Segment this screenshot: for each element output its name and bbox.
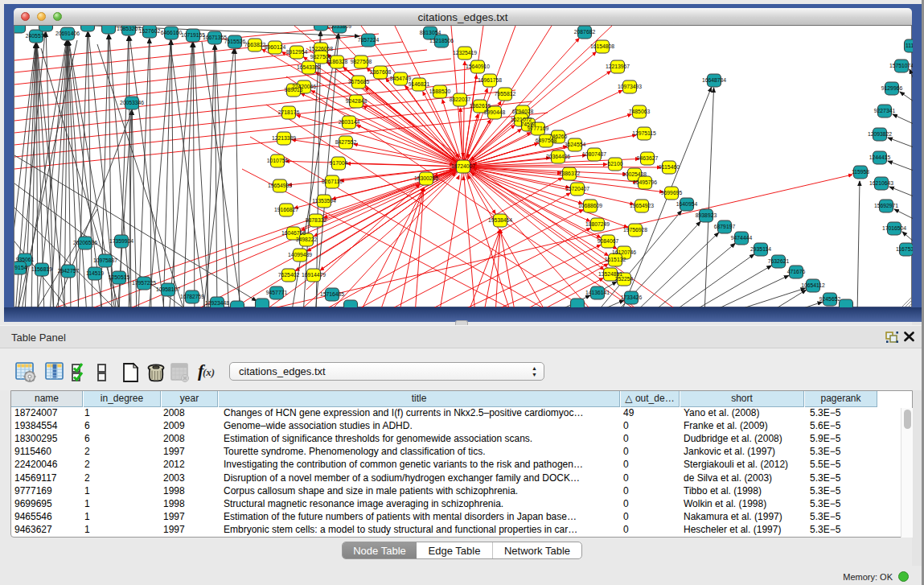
svg-text:10025438: 10025438	[622, 171, 647, 177]
svg-text:19166827: 19166827	[274, 207, 298, 212]
svg-text:8454749: 8454749	[390, 76, 412, 81]
svg-text:7857224: 7857224	[358, 37, 380, 43]
svg-text:12923448: 12923448	[205, 300, 229, 306]
svg-text:16782759: 16782759	[180, 294, 204, 299]
svg-text:1527602: 1527602	[139, 28, 161, 34]
svg-text:10975887: 10975887	[93, 257, 117, 263]
svg-text:3675685: 3675685	[348, 79, 370, 84]
svg-text:9146821: 9146821	[409, 81, 430, 87]
svg-text:1244415: 1244415	[869, 154, 891, 160]
svg-text:16154808: 16154808	[590, 43, 614, 49]
svg-text:1112: 1112	[906, 43, 913, 48]
svg-text:15495796: 15495796	[633, 179, 657, 185]
svg-text:(x): (x)	[203, 366, 215, 378]
svg-text:12093822: 12093822	[868, 131, 892, 137]
svg-text:9242848: 9242848	[346, 98, 368, 104]
svg-text:12325419: 12325419	[453, 50, 477, 56]
svg-text:17957225: 17957225	[132, 280, 156, 286]
svg-text:7663822: 7663822	[244, 42, 266, 47]
svg-text:17016504: 17016504	[882, 225, 906, 231]
svg-text:17359934: 17359934	[109, 238, 133, 244]
svg-text:2367608: 2367608	[370, 69, 392, 75]
svg-text:8813054: 8813054	[420, 30, 441, 35]
svg-text:8186328: 8186328	[326, 59, 348, 64]
svg-text:471676: 471676	[787, 269, 806, 274]
svg-text:16961758: 16961758	[478, 77, 502, 83]
svg-text:16120746: 16120746	[612, 249, 636, 255]
svg-text:20053346: 20053346	[120, 100, 144, 105]
svg-text:9227341: 9227341	[874, 108, 896, 113]
svg-text:3624554: 3624554	[565, 142, 586, 147]
svg-text:917004: 917004	[330, 160, 348, 166]
svg-text:12213389: 12213389	[272, 135, 296, 141]
svg-text:10654112: 10654112	[801, 282, 825, 288]
svg-text:1167534: 1167534	[896, 246, 913, 252]
svg-text:16914479: 16914479	[302, 272, 326, 278]
svg-text:2405571: 2405571	[26, 33, 47, 39]
svg-text:6466160: 6466160	[161, 30, 183, 35]
svg-text:20364436: 20364436	[546, 154, 570, 159]
svg-text:10973493: 10973493	[618, 84, 642, 89]
svg-text:15720407: 15720407	[565, 186, 589, 192]
svg-text:19654983: 19654983	[268, 183, 292, 188]
svg-text:15226058: 15226058	[309, 46, 333, 51]
svg-text:10853267: 10853267	[117, 26, 141, 31]
svg-text:8938923: 8938923	[696, 212, 717, 218]
svg-text:9827508: 9827508	[351, 59, 372, 64]
svg-text:6497568: 6497568	[536, 138, 557, 143]
svg-text:20206536: 20206536	[73, 240, 97, 245]
svg-text:7515526: 7515526	[224, 39, 246, 44]
svg-text:1250515: 1250515	[109, 274, 130, 280]
svg-text:20691406: 20691406	[55, 31, 80, 36]
svg-text:10688609: 10688609	[578, 203, 602, 208]
svg-text:9777169: 9777169	[528, 126, 549, 131]
svg-text:10807487: 10807487	[582, 151, 606, 157]
svg-text:6879197: 6879197	[714, 224, 736, 229]
svg-text:15751074: 15751074	[889, 63, 913, 68]
svg-text:19538454: 19538454	[488, 217, 512, 223]
svg-text:7485063: 7485063	[629, 109, 651, 114]
svg-text:19654923: 19654923	[630, 203, 654, 208]
svg-text:13218506: 13218506	[429, 38, 454, 43]
svg-text:12213967: 12213967	[606, 64, 630, 69]
svg-text:16543382: 16543382	[297, 64, 321, 70]
svg-text:12975115: 12975115	[632, 130, 656, 136]
svg-text:16648784: 16648784	[702, 77, 726, 83]
svg-text:7955812: 7955812	[495, 91, 516, 97]
svg-text:11353594: 11353594	[312, 198, 336, 204]
svg-text:1640954: 1640954	[676, 201, 698, 207]
svg-text:39154: 39154	[14, 265, 27, 270]
svg-text:9457771: 9457771	[266, 290, 288, 295]
svg-text:16046766: 16046766	[281, 230, 306, 236]
svg-text:10958107: 10958107	[156, 286, 180, 292]
svg-text:9245652: 9245652	[819, 296, 841, 302]
svg-text:2942757: 2942757	[58, 268, 80, 274]
svg-text:2718176: 2718176	[278, 109, 300, 115]
svg-text:2803144: 2803144	[339, 119, 360, 125]
svg-text:16033809: 16033809	[327, 26, 351, 29]
svg-text:18807249: 18807249	[585, 221, 610, 227]
svg-text:18300295: 18300295	[414, 175, 438, 181]
svg-text:14136141: 14136141	[585, 290, 610, 295]
svg-text:6794028: 6794028	[512, 109, 534, 114]
svg-text:10719155: 10719155	[181, 32, 205, 38]
svg-text:8912954: 8912954	[286, 49, 308, 55]
svg-text:15640910: 15640910	[466, 64, 490, 69]
svg-text:7386372: 7386372	[559, 171, 581, 176]
svg-text:18724007: 18724007	[451, 163, 475, 169]
svg-text:15692971: 15692971	[874, 203, 898, 208]
svg-text:115958: 115958	[852, 169, 869, 175]
svg-text:9463627: 9463627	[637, 155, 659, 161]
svg-text:8427552: 8427552	[335, 139, 357, 145]
svg-text:9115460: 9115460	[659, 164, 680, 170]
svg-text:9084067: 9084067	[598, 238, 619, 244]
svg-text:16671355: 16671355	[203, 35, 227, 40]
svg-text:15716485: 15716485	[320, 291, 344, 297]
svg-text:2935114: 2935114	[750, 246, 771, 252]
svg-text:14099489: 14099489	[288, 252, 312, 257]
svg-text:114519: 114519	[86, 270, 104, 276]
svg-text:8960124: 8960124	[265, 44, 286, 50]
svg-text:9699695: 9699695	[661, 190, 683, 196]
svg-text:9129966: 9129966	[881, 85, 903, 91]
svg-text:8267110: 8267110	[322, 179, 343, 184]
